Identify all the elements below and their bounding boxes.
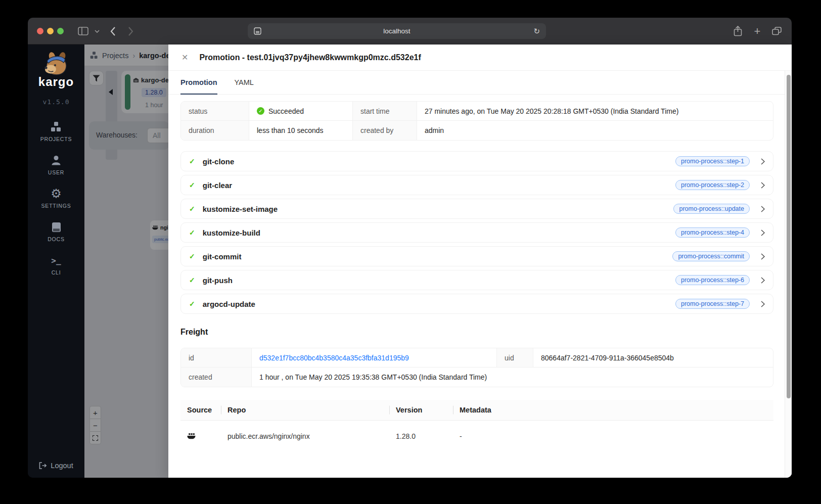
forward-button[interactable]	[125, 18, 135, 44]
browser-window: localhost ↻ +	[28, 18, 792, 478]
share-icon[interactable]	[732, 18, 744, 44]
artifacts-header-row: Source Repo Version Metadata	[180, 400, 773, 421]
close-icon[interactable]: ✕	[181, 53, 188, 62]
address-bar[interactable]: localhost ↻	[248, 23, 546, 39]
tab-overview-icon[interactable]	[770, 18, 783, 44]
logout-label: Logout	[51, 462, 73, 470]
screen: localhost ↻ +	[0, 0, 821, 504]
freight-uid-value: 80664af7-2821-4709-911a-366045e8504b	[533, 348, 773, 368]
kargo-sidebar: kargo v1.5.0 PROJECTS USER	[28, 44, 84, 478]
start-time-label: start time	[353, 102, 417, 121]
success-check-icon: ✓	[257, 107, 264, 115]
artifact-repo: public.ecr.aws/nginx/nginx	[221, 432, 389, 440]
chevron-down-icon[interactable]	[94, 18, 101, 44]
new-tab-icon[interactable]: +	[751, 18, 764, 44]
column-header-source: Source	[180, 400, 221, 420]
freight-artifacts-table: Source Repo Version Metadata public	[180, 400, 773, 452]
status-value: ✓ Succeeded	[249, 102, 353, 121]
gear-icon: ⚙	[28, 188, 84, 200]
user-icon	[28, 154, 84, 166]
sidebar-nav: PROJECTS USER ⚙ SETTINGS	[28, 121, 84, 276]
brand-wordmark: kargo	[28, 75, 84, 89]
back-button[interactable]	[108, 18, 118, 44]
step-row-kustomize-set-image[interactable]: ✓ kustomize-set-image promo-process::upd…	[180, 199, 773, 219]
duration-value: less than 10 seconds	[249, 121, 353, 140]
tab-promotion[interactable]: Promotion	[180, 71, 217, 94]
app-area: kargo v1.5.0 PROJECTS USER	[28, 44, 792, 478]
browser-toolbar: localhost ↻ +	[28, 18, 792, 44]
status-label: status	[181, 102, 249, 121]
step-check-icon: ✓	[189, 300, 195, 308]
step-row-git-clear[interactable]: ✓ git-clear promo-process::step-2	[180, 175, 773, 195]
step-alias-badge: promo-process::step-1	[675, 156, 750, 166]
page-icon	[254, 27, 261, 35]
freight-id-value: d532e1f7bcc80bc4b3580c4a35c3fbfa31d195b9	[252, 348, 497, 368]
step-row-argocd-update[interactable]: ✓ argocd-update promo-process::step-7	[180, 294, 773, 314]
promotion-drawer: ✕ Promotion - test.01jvq37py4jhew8kwwmkg…	[168, 44, 792, 478]
duration-label: duration	[181, 121, 249, 140]
step-check-icon: ✓	[189, 228, 195, 237]
scrollbar-track[interactable]	[785, 71, 792, 478]
step-check-icon: ✓	[189, 181, 195, 189]
column-header-repo: Repo	[221, 400, 389, 420]
fullscreen-window-button[interactable]	[57, 28, 64, 34]
step-check-icon: ✓	[189, 205, 195, 213]
chevron-right-icon[interactable]	[761, 277, 765, 284]
freight-uid-label: uid	[497, 348, 533, 368]
step-alias-badge: promo-process::commit	[672, 251, 750, 261]
artifact-version: 1.28.0	[389, 432, 453, 440]
logout-button[interactable]: Logout	[28, 462, 84, 470]
step-check-icon: ✓	[189, 276, 195, 284]
sidebar-item-projects[interactable]: PROJECTS	[28, 121, 84, 142]
column-header-metadata: Metadata	[453, 400, 773, 420]
promotion-steps-list: ✓ git-clone promo-process::step-1 ✓ git-…	[180, 151, 773, 314]
kargo-logo[interactable]	[28, 52, 84, 77]
artifact-source-icon-cell	[180, 433, 221, 439]
start-time-value: 27 minutes ago, on Tue May 20 2025 20:28…	[417, 102, 773, 121]
chevron-right-icon[interactable]	[761, 158, 765, 165]
close-window-button[interactable]	[37, 28, 43, 34]
sidebar-toggle-icon[interactable]	[76, 18, 89, 44]
created-by-label: created by	[353, 121, 417, 140]
freight-created-value: 1 hour , on Tue May 20 2025 19:35:38 GMT…	[252, 368, 773, 387]
docker-whale-icon	[187, 433, 221, 439]
drawer-body: status ✓ Succeeded start time 27 minutes…	[180, 95, 773, 478]
step-row-kustomize-build[interactable]: ✓ kustomize-build promo-process::step-4	[180, 222, 773, 243]
scrollbar-thumb[interactable]	[787, 75, 791, 398]
drawer-header: ✕ Promotion - test.01jvq37py4jhew8kwwmkg…	[168, 44, 792, 71]
chevron-right-icon[interactable]	[761, 182, 765, 189]
tab-yaml[interactable]: YAML	[235, 71, 254, 94]
freight-created-label: created	[181, 368, 252, 387]
freight-id-label: id	[181, 348, 252, 368]
drawer-tabs: Promotion YAML	[168, 71, 792, 95]
artifact-metadata: -	[453, 432, 773, 440]
step-row-git-push[interactable]: ✓ git-push promo-process::step-6	[180, 270, 773, 290]
chevron-right-icon[interactable]	[761, 230, 765, 236]
chevron-right-icon[interactable]	[761, 301, 765, 307]
step-alias-badge: promo-process::step-4	[675, 227, 750, 238]
step-alias-badge: promo-process::step-2	[675, 180, 750, 190]
step-row-git-commit[interactable]: ✓ git-commit promo-process::commit	[180, 246, 773, 266]
step-row-git-clone[interactable]: ✓ git-clone promo-process::step-1	[180, 151, 773, 171]
projects-icon	[28, 121, 84, 133]
app-version: v1.5.0	[28, 98, 84, 106]
chevron-right-icon[interactable]	[761, 253, 765, 260]
freight-table: id d532e1f7bcc80bc4b3580c4a35c3fbfa31d19…	[180, 348, 773, 387]
artifact-row: public.ecr.aws/nginx/nginx 1.28.0 -	[180, 421, 773, 452]
chevron-right-icon[interactable]	[761, 206, 765, 212]
sidebar-item-user[interactable]: USER	[28, 154, 84, 175]
sidebar-item-settings[interactable]: ⚙ SETTINGS	[28, 188, 84, 209]
book-icon	[28, 221, 84, 233]
drawer-title: Promotion - test.01jvq37py4jhew8kwwmkgp0…	[199, 53, 421, 62]
minimize-window-button[interactable]	[47, 28, 54, 34]
reload-icon[interactable]: ↻	[533, 27, 540, 36]
step-alias-badge: promo-process::step-7	[675, 299, 750, 309]
step-alias-badge: promo-process::update	[673, 204, 750, 214]
column-header-version: Version	[389, 400, 453, 420]
sidebar-item-cli[interactable]: >_ CLI	[28, 254, 84, 276]
terminal-icon: >_	[28, 254, 84, 266]
freight-heading: Freight	[180, 328, 773, 337]
step-check-icon: ✓	[189, 157, 195, 165]
sidebar-item-docs[interactable]: DOCS	[28, 221, 84, 242]
freight-id-link[interactable]: d532e1f7bcc80bc4b3580c4a35c3fbfa31d195b9	[259, 354, 409, 362]
